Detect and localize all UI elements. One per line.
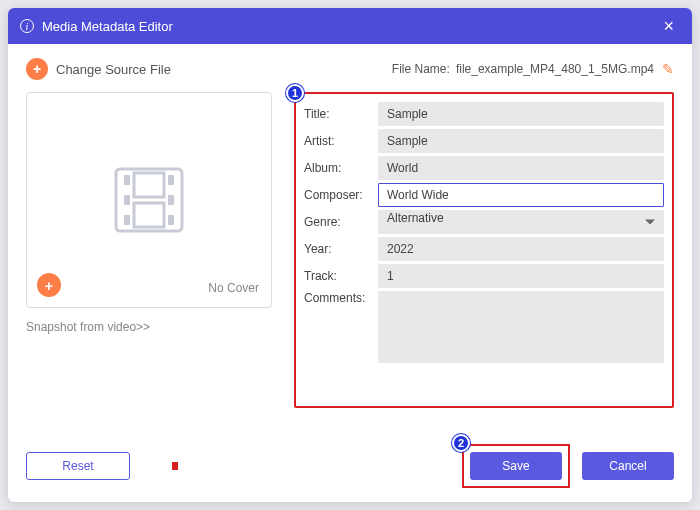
genre-value: Alternative <box>387 211 444 225</box>
title-label: Title: <box>304 107 378 121</box>
track-row: Track: <box>304 264 664 288</box>
filename-value: file_example_MP4_480_1_5MG.mp4 <box>456 62 654 76</box>
change-source-button[interactable]: + Change Source File <box>26 58 171 80</box>
edit-icon[interactable]: ✎ <box>662 61 674 77</box>
svg-rect-7 <box>134 173 164 197</box>
red-marker <box>172 462 178 470</box>
film-icon <box>104 165 194 235</box>
annotation-badge-2: 2 <box>452 434 470 452</box>
reset-button[interactable]: Reset <box>26 452 130 480</box>
svg-rect-6 <box>168 215 174 225</box>
fields-column: 1 Title: Artist: Album: Composer: <box>282 92 674 408</box>
artist-input[interactable] <box>378 129 664 153</box>
composer-label: Composer: <box>304 188 378 202</box>
chevron-down-icon <box>645 220 655 225</box>
genre-label: Genre: <box>304 215 378 229</box>
comments-row: Comments: <box>304 291 664 363</box>
filename-label: File Name: <box>392 62 450 76</box>
svg-rect-8 <box>134 203 164 227</box>
title-row: Title: <box>304 102 664 126</box>
close-icon[interactable]: × <box>657 16 680 37</box>
cancel-button[interactable]: Cancel <box>582 452 674 480</box>
window-title: Media Metadata Editor <box>42 19 657 34</box>
track-input[interactable] <box>378 264 664 288</box>
composer-input[interactable] <box>378 183 664 207</box>
bottom-bar: Reset 2 Save Cancel <box>26 444 674 488</box>
svg-rect-5 <box>168 195 174 205</box>
fields-annotation-box: 1 Title: Artist: Album: Composer: <box>294 92 674 408</box>
titlebar: i Media Metadata Editor × <box>8 8 692 44</box>
composer-row: Composer: <box>304 183 664 207</box>
comments-input[interactable] <box>378 291 664 363</box>
svg-rect-1 <box>124 175 130 185</box>
filename-display: File Name: file_example_MP4_480_1_5MG.mp… <box>392 61 674 77</box>
add-cover-button[interactable]: + <box>37 273 61 297</box>
no-cover-label: No Cover <box>208 281 259 295</box>
plus-icon: + <box>26 58 48 80</box>
album-row: Album: <box>304 156 664 180</box>
annotation-badge-1: 1 <box>286 84 304 102</box>
info-icon: i <box>20 19 34 33</box>
svg-rect-3 <box>124 215 130 225</box>
title-input[interactable] <box>378 102 664 126</box>
top-row: + Change Source File File Name: file_exa… <box>26 58 674 80</box>
save-annotation-box: 2 Save <box>462 444 570 488</box>
svg-rect-4 <box>168 175 174 185</box>
artist-row: Artist: <box>304 129 664 153</box>
svg-rect-2 <box>124 195 130 205</box>
year-label: Year: <box>304 242 378 256</box>
track-label: Track: <box>304 269 378 283</box>
year-row: Year: <box>304 237 664 261</box>
comments-label: Comments: <box>304 291 378 305</box>
right-buttons: 2 Save Cancel <box>462 444 674 488</box>
change-source-label: Change Source File <box>56 62 171 77</box>
genre-select[interactable]: Alternative <box>378 210 664 234</box>
album-input[interactable] <box>378 156 664 180</box>
year-input[interactable] <box>378 237 664 261</box>
save-button[interactable]: Save <box>470 452 562 480</box>
artist-label: Artist: <box>304 134 378 148</box>
main-row: + No Cover Snapshot from video>> 1 Title… <box>26 92 674 408</box>
snapshot-link[interactable]: Snapshot from video>> <box>26 320 282 334</box>
cover-column: + No Cover Snapshot from video>> <box>26 92 282 408</box>
window: i Media Metadata Editor × + Change Sourc… <box>8 8 692 502</box>
genre-row: Genre: Alternative <box>304 210 664 234</box>
album-label: Album: <box>304 161 378 175</box>
cover-preview: + No Cover <box>26 92 272 308</box>
content: + Change Source File File Name: file_exa… <box>8 44 692 408</box>
